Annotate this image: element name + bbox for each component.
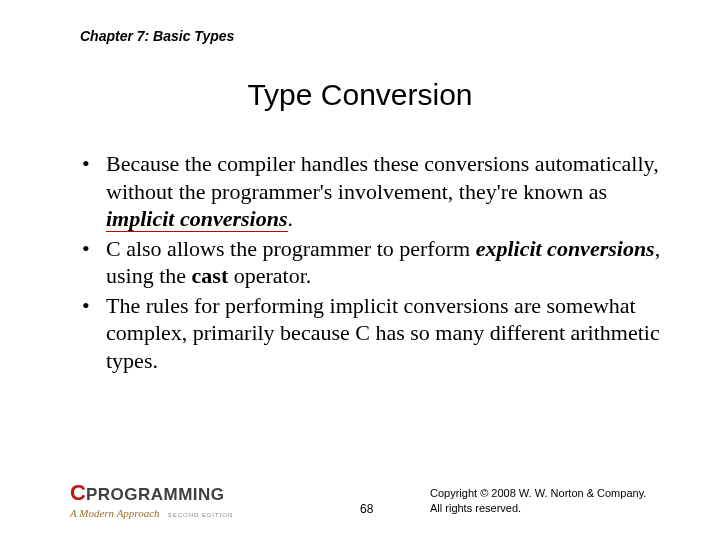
text-segment: The rules for performing implicit conver… <box>106 293 660 373</box>
bullet-item: • C also allows the programmer to perfor… <box>82 235 662 290</box>
content-area: • Because the compiler handles these con… <box>82 150 662 376</box>
footer: C PROGRAMMING A Modern Approach SECOND E… <box>70 482 670 520</box>
bullet-marker: • <box>82 150 106 233</box>
text-segment: . <box>288 206 294 231</box>
bullet-marker: • <box>82 235 106 290</box>
logo-edition: SECOND EDITION <box>168 512 234 518</box>
bullet-marker: • <box>82 292 106 375</box>
copyright-line: All rights reserved. <box>430 501 670 516</box>
logo-bottom-row: A Modern Approach SECOND EDITION <box>70 504 233 520</box>
copyright-line: Copyright © 2008 W. W. Norton & Company. <box>430 486 670 501</box>
text-segment: Because the compiler handles these conve… <box>106 151 659 204</box>
bullet-text: The rules for performing implicit conver… <box>106 292 662 375</box>
page-title: Type Conversion <box>0 78 720 112</box>
book-logo: C PROGRAMMING A Modern Approach SECOND E… <box>70 482 233 520</box>
bullet-item: • Because the compiler handles these con… <box>82 150 662 233</box>
bullet-text: Because the compiler handles these conve… <box>106 150 662 233</box>
bullet-item: • The rules for performing implicit conv… <box>82 292 662 375</box>
chapter-heading: Chapter 7: Basic Types <box>80 28 234 44</box>
copyright-block: Copyright © 2008 W. W. Norton & Company.… <box>430 486 670 516</box>
logo-c-letter: C <box>70 482 85 504</box>
term-cast: cast <box>192 263 229 288</box>
logo-programming: PROGRAMMING <box>86 486 225 503</box>
text-segment: C also allows the programmer to perform <box>106 236 476 261</box>
term-implicit-conversions: implicit conversions <box>106 206 288 232</box>
text-segment: operator. <box>228 263 311 288</box>
page-number: 68 <box>360 502 373 516</box>
bullet-text: C also allows the programmer to perform … <box>106 235 662 290</box>
term-explicit-conversions: explicit conversions <box>476 236 655 261</box>
logo-subtitle: A Modern Approach <box>70 507 160 519</box>
logo-top-row: C PROGRAMMING <box>70 482 233 504</box>
